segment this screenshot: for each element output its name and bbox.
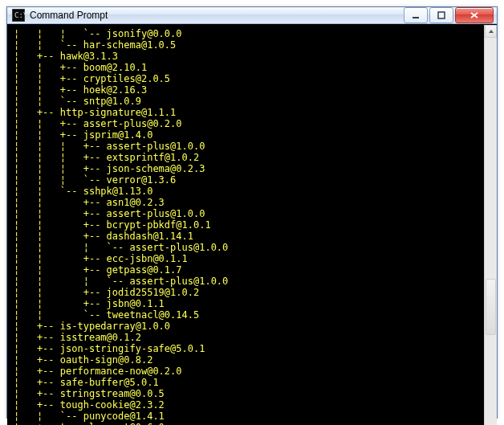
- vertical-scrollbar[interactable]: [484, 25, 497, 425]
- tree-line: ¦ ¦ ¦ `-- assert-plus@1.0.0: [14, 242, 479, 253]
- tree-line: ¦ ¦ `-- punycode@1.4.1: [14, 411, 479, 422]
- tree-line: ¦ +-- performance-now@0.2.0: [14, 366, 479, 377]
- tree-line: ¦ ¦ ¦ +-- assert-plus@1.0.0: [14, 141, 479, 152]
- close-button[interactable]: [455, 7, 494, 23]
- tree-line: ¦ ¦ +-- jodid25519@1.0.2: [14, 287, 479, 298]
- terminal-output[interactable]: ¦ ¦ ¦ `-- jsonify@0.0.0¦ ¦ `-- har-schem…: [7, 25, 484, 425]
- minimize-icon: [412, 11, 420, 19]
- tree-line: ¦ +-- json-stringify-safe@5.0.1: [14, 343, 479, 354]
- tree-line: ¦ ¦ +-- ecc-jsbn@0.1.1: [14, 253, 479, 264]
- tree-line: ¦ +-- hawk@3.1.3: [14, 51, 479, 62]
- tree-line: ¦ ¦ +-- asn1@0.2.3: [14, 197, 479, 208]
- tree-line: ¦ +-- isstream@0.1.2: [14, 332, 479, 343]
- client-area: ¦ ¦ ¦ `-- jsonify@0.0.0¦ ¦ `-- har-schem…: [7, 24, 497, 425]
- tree-line: ¦ +-- safe-buffer@5.0.1: [14, 377, 479, 388]
- tree-line: ¦ ¦ ¦ +-- json-schema@0.2.3: [14, 163, 479, 174]
- tree-line: ¦ ¦ +-- jsbn@0.1.1: [14, 298, 479, 309]
- tree-line: ¦ ¦ ¦ +-- extsprintf@1.0.2: [14, 152, 479, 163]
- tree-line: ¦ ¦ +-- assert-plus@1.0.0: [14, 208, 479, 219]
- close-icon: [469, 11, 479, 19]
- scroll-track[interactable]: [485, 38, 497, 425]
- minimize-button[interactable]: [404, 7, 428, 23]
- tree-line: ¦ +-- stringstream@0.0.5: [14, 388, 479, 399]
- tree-line: ¦ ¦ +-- bcrypt-pbkdf@1.0.1: [14, 219, 479, 231]
- tree-line: ¦ ¦ +-- assert-plus@0.2.0: [14, 118, 479, 129]
- tree-line: ¦ ¦ ¦ `-- verror@1.3.6: [14, 174, 479, 186]
- tree-line: ¦ ¦ +-- getpass@0.1.7: [14, 264, 479, 276]
- svg-rect-3: [438, 12, 445, 18]
- svg-rect-2: [413, 17, 419, 18]
- tree-line: ¦ ¦ +-- jsprim@1.4.0: [14, 129, 479, 141]
- tree-line: ¦ +-- tunnel-agent@0.6.0: [14, 422, 479, 425]
- tree-line: ¦ ¦ `-- sntp@1.0.9: [14, 96, 479, 107]
- tree-line: ¦ ¦ +-- dashdash@1.14.1: [14, 231, 479, 242]
- command-prompt-window: C:\ Command Prompt: [6, 6, 498, 419]
- tree-line: ¦ +-- tough-cookie@2.3.2: [14, 399, 479, 411]
- maximize-button[interactable]: [429, 7, 453, 23]
- tree-line: ¦ ¦ +-- cryptiles@2.0.5: [14, 73, 479, 84]
- maximize-icon: [437, 11, 445, 19]
- titlebar[interactable]: C:\ Command Prompt: [7, 7, 497, 24]
- tree-line: ¦ ¦ `-- sshpk@1.13.0: [14, 186, 479, 197]
- tree-line: ¦ ¦ ¦ `-- assert-plus@1.0.0: [14, 276, 479, 287]
- tree-line: ¦ ¦ +-- hoek@2.16.3: [14, 84, 479, 96]
- tree-line: ¦ ¦ `-- har-schema@1.0.5: [14, 39, 479, 51]
- scroll-thumb[interactable]: [486, 279, 496, 335]
- cmd-icon: C:\: [12, 9, 25, 22]
- tree-line: ¦ +-- oauth-sign@0.8.2: [14, 354, 479, 366]
- tree-line: ¦ +-- is-typedarray@1.0.0: [14, 321, 479, 332]
- desktop-background: C:\ Command Prompt: [0, 0, 504, 425]
- tree-line: ¦ ¦ ¦ `-- jsonify@0.0.0: [14, 28, 479, 39]
- tree-line: ¦ ¦ +-- boom@2.10.1: [14, 62, 479, 73]
- tree-line: ¦ ¦ `-- tweetnacl@0.14.5: [14, 309, 479, 321]
- window-title: Command Prompt: [30, 10, 108, 21]
- tree-line: ¦ +-- http-signature@1.1.1: [14, 107, 479, 118]
- scroll-up-button[interactable]: [485, 25, 497, 38]
- chevron-up-icon: [488, 28, 494, 35]
- window-controls: [402, 7, 494, 23]
- svg-text:C:\: C:\: [14, 11, 25, 19]
- svg-marker-6: [489, 30, 494, 33]
